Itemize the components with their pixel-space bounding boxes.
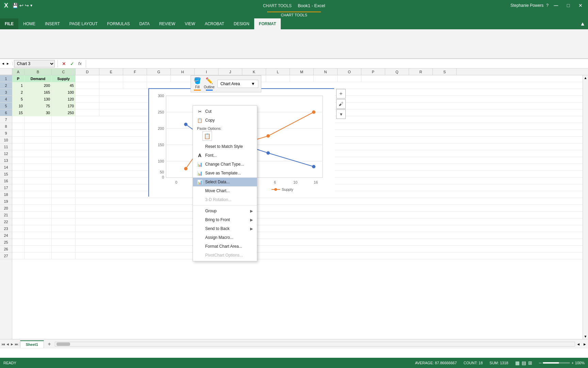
row-header-22[interactable]: 22: [0, 218, 12, 225]
cell-a3[interactable]: 2: [12, 89, 24, 96]
row-header-17[interactable]: 17: [0, 184, 12, 191]
sheet-tab-sheet1[interactable]: Sheet1: [20, 340, 44, 348]
nav-right-btn[interactable]: ►: [6, 62, 10, 65]
tab-acrobat[interactable]: ACROBAT: [200, 18, 229, 29]
customize-icon[interactable]: ▾: [30, 3, 32, 8]
cell-a12[interactable]: [12, 150, 24, 157]
row-header-8[interactable]: 8: [0, 123, 12, 130]
sheet-nav-first[interactable]: ⏮: [1, 342, 5, 346]
row-header-10[interactable]: 10: [0, 137, 12, 143]
cell-c5[interactable]: 170: [52, 103, 76, 109]
nav-left-btn[interactable]: ◄: [1, 62, 5, 65]
row-header-16[interactable]: 16: [0, 178, 12, 184]
cell-a17[interactable]: [12, 184, 24, 191]
cell-c8[interactable]: [52, 123, 76, 130]
sheet-nav-next[interactable]: ►: [10, 342, 14, 346]
cell-c18[interactable]: [52, 191, 76, 198]
cell-a11[interactable]: [12, 143, 24, 150]
cell-b9[interactable]: [24, 130, 52, 137]
row-header-19[interactable]: 19: [0, 198, 12, 205]
row-header-20[interactable]: 20: [0, 205, 12, 212]
col-header-i[interactable]: I: [195, 68, 218, 75]
col-header-f[interactable]: F: [123, 68, 147, 75]
cell-a4[interactable]: 5: [12, 96, 24, 103]
ctx-send-to-back[interactable]: Send to Back ▶: [193, 224, 257, 233]
row-header-1[interactable]: 1: [0, 75, 12, 82]
cell-b20[interactable]: [24, 205, 52, 212]
tab-home[interactable]: HOME: [18, 18, 40, 29]
cell-d4[interactable]: [76, 96, 99, 103]
cell-d3[interactable]: [76, 89, 99, 96]
fx-btn[interactable]: fx: [77, 61, 83, 66]
chart-filter-btn[interactable]: ▾: [336, 109, 346, 119]
col-header-b[interactable]: B: [24, 68, 52, 75]
cell-b10[interactable]: [24, 137, 52, 143]
cell-b16[interactable]: [24, 178, 52, 184]
col-header-s[interactable]: S: [433, 68, 457, 75]
sheet-nav-last[interactable]: ⏭: [15, 342, 18, 346]
col-header-p[interactable]: P: [361, 68, 385, 75]
scroll-right-btn[interactable]: ►: [582, 342, 588, 346]
zoom-slider[interactable]: [543, 362, 570, 364]
row-header-5[interactable]: 5: [0, 103, 12, 109]
col-header-a[interactable]: A: [12, 68, 24, 75]
ctx-reset-match[interactable]: Reset to Match Style: [193, 142, 257, 151]
add-sheet-btn[interactable]: +: [45, 340, 53, 348]
ctx-cut[interactable]: ✂ Cut: [193, 107, 257, 116]
ctx-change-chart[interactable]: 📊 Change Chart Type...: [193, 160, 257, 169]
cell-f2[interactable]: [123, 82, 147, 89]
cell-d6[interactable]: [76, 109, 99, 116]
cell-a23[interactable]: [12, 225, 24, 232]
ctx-copy[interactable]: 📋 Copy: [193, 116, 257, 125]
cell-c11[interactable]: [52, 143, 76, 150]
row-header-27[interactable]: 27: [0, 252, 12, 259]
ctx-move-chart[interactable]: Move Chart...: [193, 186, 257, 195]
confirm-formula-btn[interactable]: ✓: [69, 61, 76, 66]
row-header-18[interactable]: 18: [0, 191, 12, 198]
cell-m1[interactable]: [290, 75, 314, 82]
cell-g1[interactable]: [147, 75, 171, 82]
cell-c24[interactable]: [52, 232, 76, 239]
cell-a10[interactable]: [12, 137, 24, 143]
cell-c4[interactable]: 120: [52, 96, 76, 103]
cell-e1[interactable]: [99, 75, 123, 82]
cell-c21[interactable]: [52, 212, 76, 218]
cell-c25[interactable]: [52, 239, 76, 246]
cell-b7[interactable]: [24, 116, 52, 123]
cell-a27[interactable]: [12, 252, 24, 259]
col-header-c[interactable]: C: [52, 68, 76, 75]
col-header-q[interactable]: Q: [385, 68, 409, 75]
redo-icon[interactable]: ↪: [25, 3, 29, 8]
tab-file[interactable]: FILE: [0, 18, 18, 29]
cell-c13[interactable]: [52, 157, 76, 164]
cell-a13[interactable]: [12, 157, 24, 164]
col-header-k[interactable]: K: [242, 68, 266, 75]
cell-c19[interactable]: [52, 198, 76, 205]
zoom-out-btn[interactable]: ─: [539, 361, 542, 365]
cell-b23[interactable]: [24, 225, 52, 232]
view-normal-btn[interactable]: ▦: [515, 360, 520, 366]
cell-a20[interactable]: [12, 205, 24, 212]
cell-c14[interactable]: [52, 164, 76, 171]
zoom-in-btn[interactable]: +: [571, 361, 573, 365]
cell-b12[interactable]: [24, 150, 52, 157]
save-icon[interactable]: 💾: [12, 3, 18, 8]
sheet-nav-prev[interactable]: ◄: [6, 342, 10, 346]
row-header-14[interactable]: 14: [0, 164, 12, 171]
cell-o1[interactable]: [338, 75, 361, 82]
row-header-26[interactable]: 26: [0, 246, 12, 252]
cell-b5[interactable]: 75: [24, 103, 52, 109]
chart-style-btn[interactable]: 🖌: [336, 99, 346, 109]
close-btn[interactable]: ✕: [576, 1, 585, 10]
cell-a18[interactable]: [12, 191, 24, 198]
cell-c2[interactable]: 45: [52, 82, 76, 89]
row-header-25[interactable]: 25: [0, 239, 12, 246]
ctx-group[interactable]: Group ▶: [193, 206, 257, 215]
cell-b2[interactable]: 200: [24, 82, 52, 89]
cell-a14[interactable]: [12, 164, 24, 171]
cell-a16[interactable]: [12, 178, 24, 184]
row-header-4[interactable]: 4: [0, 96, 12, 103]
cell-a9[interactable]: [12, 130, 24, 137]
cell-b3[interactable]: 165: [24, 89, 52, 96]
cell-a25[interactable]: [12, 239, 24, 246]
